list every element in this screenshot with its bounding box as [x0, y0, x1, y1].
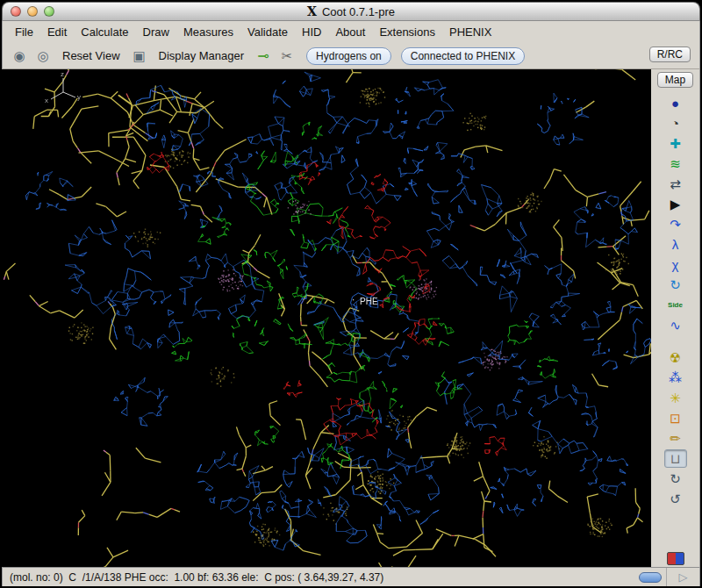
side-chain-icon[interactable]: Side: [664, 296, 687, 314]
translate-icon[interactable]: ✚: [664, 134, 687, 153]
chi-angle-icon[interactable]: χ: [664, 255, 687, 274]
flex-ligand-icon[interactable]: ≋: [664, 154, 687, 173]
menu-file[interactable]: File: [8, 23, 40, 41]
side-toolbar: Map ●◔✚≋⇄▶↷λχ↻Side∿☢⁂✳⊡✏⊔↻↺: [651, 69, 700, 567]
menu-about[interactable]: About: [328, 23, 372, 41]
rotate-bond-icon[interactable]: ↷: [664, 215, 687, 233]
pencil-icon[interactable]: ✏: [664, 429, 687, 448]
minimize-button[interactable]: [27, 6, 38, 17]
rotate-view-icon[interactable]: ↻: [664, 276, 687, 294]
bond-atom-icon[interactable]: ⊸: [254, 47, 273, 66]
window-title-text: Coot 0.7.1-pre: [322, 5, 395, 18]
menubar: FileEditCalculateDrawMeasuresValidateHID…: [2, 21, 700, 43]
gl-viewport: [2, 69, 651, 567]
menu-measures[interactable]: Measures: [176, 23, 240, 41]
scrollbar-thumb[interactable]: [639, 572, 662, 583]
view-globe-icon[interactable]: ◔: [664, 114, 687, 133]
menu-draw[interactable]: Draw: [136, 23, 176, 41]
hydrogens-toggle-button[interactable]: Hydrogens on: [306, 47, 391, 65]
undo-icon[interactable]: ↺: [664, 490, 687, 508]
lambda-icon[interactable]: λ: [664, 235, 687, 254]
target-icon[interactable]: ◎: [33, 47, 53, 66]
close-button[interactable]: [11, 6, 21, 17]
statusbar: (mol. no: 0) C /1/A/138 PHE occ: 1.00 bf…: [2, 567, 700, 586]
map-button[interactable]: Map: [657, 72, 693, 88]
resize-grip-icon[interactable]: ▷: [666, 568, 699, 586]
navigation-sphere-icon[interactable]: ●: [664, 94, 687, 112]
x11-icon: X: [307, 4, 317, 18]
zoom-button[interactable]: [44, 6, 54, 17]
window-controls: [11, 6, 54, 17]
titlebar: X Coot 0.7.1-pre: [2, 2, 700, 21]
gl-canvas[interactable]: [2, 69, 651, 567]
wave-icon[interactable]: ∿: [664, 316, 687, 334]
menu-calculate[interactable]: Calculate: [74, 23, 135, 41]
menu-hid[interactable]: HID: [295, 23, 328, 41]
record-icon[interactable]: ◉: [10, 47, 29, 66]
coot-window: X Coot 0.7.1-pre FileEditCalculateDrawMe…: [0, 0, 702, 588]
rrc-button[interactable]: R/RC: [649, 47, 691, 62]
display-manager-icon[interactable]: ▣: [130, 47, 149, 66]
menu-validate[interactable]: Validate: [240, 23, 295, 41]
window-title: X Coot 0.7.1-pre: [3, 3, 699, 20]
redo-icon[interactable]: ↻: [664, 470, 687, 488]
sparkle-icon[interactable]: ✳: [664, 389, 687, 407]
menu-edit[interactable]: Edit: [40, 23, 74, 41]
menu-phenix[interactable]: PHENIX: [442, 23, 498, 41]
screenshot-icon[interactable]: [667, 552, 684, 565]
cylinder-icon[interactable]: ⊔: [664, 449, 687, 468]
phenix-connection-button[interactable]: Connected to PHENIX: [401, 47, 525, 65]
play-icon[interactable]: ▶: [664, 195, 687, 213]
menu-extensions[interactable]: Extensions: [372, 23, 442, 41]
reset-view-button[interactable]: Reset View: [57, 47, 125, 65]
swap-arrows-icon[interactable]: ⇄: [664, 175, 687, 193]
radiation-icon[interactable]: ☢: [664, 348, 687, 367]
status-text: (mol. no: 0) C /1/A/138 PHE occ: 1.00 bf…: [10, 571, 639, 584]
atoms-icon[interactable]: ⁂: [664, 369, 687, 387]
toolbar: ◉ ◎ Reset View ▣ Display Manager ⊸ ✂ Hyd…: [2, 43, 700, 69]
scissors-icon[interactable]: ✂: [277, 47, 297, 66]
frame-dot-icon[interactable]: ⊡: [664, 409, 687, 427]
display-manager-button[interactable]: Display Manager: [154, 47, 250, 65]
